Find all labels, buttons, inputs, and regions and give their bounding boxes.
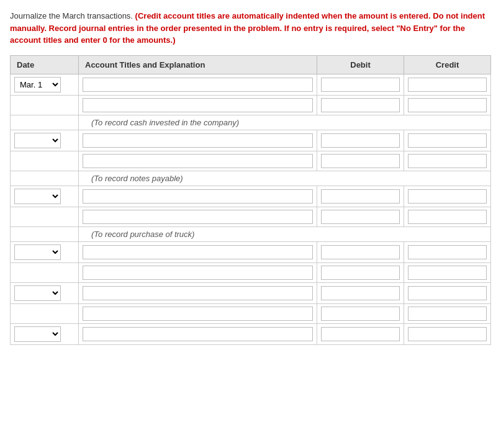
date-select-1[interactable]: Mar. 1Mar. 2Mar. 3Mar. 4Mar. 5Mar. 6Mar.… xyxy=(14,133,61,148)
debit-field-1-1[interactable] xyxy=(321,154,400,168)
credit-cell-2-0[interactable] xyxy=(404,186,491,207)
credit-field-4-0[interactable] xyxy=(408,286,487,300)
credit-field-0-0[interactable] xyxy=(408,78,487,92)
debit-cell-0-0[interactable] xyxy=(317,74,404,95)
debit-field-4-0[interactable] xyxy=(321,286,400,300)
note-text-0: (To record cash invested in the company) xyxy=(79,115,491,130)
credit-field-5-0[interactable] xyxy=(408,327,487,341)
account-field-2-1[interactable] xyxy=(83,210,313,224)
date-cell-4-1 xyxy=(11,303,79,323)
table-row: Mar. 1Mar. 2Mar. 3Mar. 4Mar. 5Mar. 6Mar.… xyxy=(11,186,491,207)
instructions-block: Journalize the March transactions. (Cred… xyxy=(10,10,491,47)
account-field-2-0[interactable] xyxy=(83,189,313,204)
account-input-0-1[interactable] xyxy=(79,95,317,115)
credit-cell-1-1[interactable] xyxy=(404,151,491,171)
debit-field-1-0[interactable] xyxy=(321,133,400,148)
account-field-1-0[interactable] xyxy=(83,133,313,148)
debit-cell-5-0[interactable] xyxy=(317,323,404,344)
account-input-2-0[interactable] xyxy=(79,186,317,207)
header-date: Date xyxy=(11,55,79,74)
account-field-0-1[interactable] xyxy=(83,98,313,112)
account-field-3-0[interactable] xyxy=(83,245,313,259)
debit-field-4-1[interactable] xyxy=(321,307,400,321)
note-date-empty-0 xyxy=(11,115,79,130)
note-date-empty-1 xyxy=(11,171,79,186)
credit-field-1-1[interactable] xyxy=(408,154,487,168)
note-row-1: (To record notes payable) xyxy=(11,171,491,186)
credit-field-4-1[interactable] xyxy=(408,307,487,321)
account-input-5-0[interactable] xyxy=(79,323,317,344)
debit-cell-1-1[interactable] xyxy=(317,151,404,171)
credit-field-3-1[interactable] xyxy=(408,266,487,280)
account-field-5-0[interactable] xyxy=(83,327,313,341)
date-select-0[interactable]: Mar. 1Mar. 2Mar. 3Mar. 4Mar. 5Mar. 6Mar.… xyxy=(14,77,61,92)
debit-cell-2-1[interactable] xyxy=(317,207,404,226)
header-credit: Credit xyxy=(404,55,491,74)
debit-cell-2-0[interactable] xyxy=(317,186,404,207)
account-field-0-0[interactable] xyxy=(83,78,313,92)
debit-cell-4-1[interactable] xyxy=(317,303,404,323)
credit-field-0-1[interactable] xyxy=(408,98,487,112)
account-input-3-1[interactable] xyxy=(79,262,317,282)
table-row: Mar. 1Mar. 2Mar. 3Mar. 4Mar. 5Mar. 6Mar.… xyxy=(11,282,491,303)
credit-cell-3-0[interactable] xyxy=(404,241,491,262)
debit-cell-0-1[interactable] xyxy=(317,95,404,115)
debit-field-3-0[interactable] xyxy=(321,245,400,259)
date-cell-0-0[interactable]: Mar. 1Mar. 2Mar. 3Mar. 4Mar. 5Mar. 6Mar.… xyxy=(11,74,79,95)
credit-cell-0-0[interactable] xyxy=(404,74,491,95)
credit-cell-1-0[interactable] xyxy=(404,130,491,151)
date-cell-5-0[interactable]: Mar. 1Mar. 2Mar. 3Mar. 4Mar. 5Mar. 6Mar.… xyxy=(11,323,79,344)
date-cell-3-0[interactable]: Mar. 1Mar. 2Mar. 3Mar. 4Mar. 5Mar. 6Mar.… xyxy=(11,241,79,262)
table-row: Mar. 1Mar. 2Mar. 3Mar. 4Mar. 5Mar. 6Mar.… xyxy=(11,241,491,262)
table-row xyxy=(11,95,491,115)
debit-field-0-0[interactable] xyxy=(321,78,400,92)
header-account: Account Titles and Explanation xyxy=(79,55,317,74)
account-field-4-1[interactable] xyxy=(83,307,313,321)
account-input-4-0[interactable] xyxy=(79,282,317,303)
credit-cell-3-1[interactable] xyxy=(404,262,491,282)
account-field-3-1[interactable] xyxy=(83,266,313,280)
debit-field-2-0[interactable] xyxy=(321,189,400,204)
credit-field-2-0[interactable] xyxy=(408,189,487,204)
debit-field-2-1[interactable] xyxy=(321,210,400,224)
date-cell-1-0[interactable]: Mar. 1Mar. 2Mar. 3Mar. 4Mar. 5Mar. 6Mar.… xyxy=(11,130,79,151)
debit-field-3-1[interactable] xyxy=(321,266,400,280)
date-select-5[interactable]: Mar. 1Mar. 2Mar. 3Mar. 4Mar. 5Mar. 6Mar.… xyxy=(14,326,61,342)
debit-cell-4-0[interactable] xyxy=(317,282,404,303)
debit-cell-1-0[interactable] xyxy=(317,130,404,151)
debit-field-5-0[interactable] xyxy=(321,327,400,341)
date-cell-2-0[interactable]: Mar. 1Mar. 2Mar. 3Mar. 4Mar. 5Mar. 6Mar.… xyxy=(11,186,79,207)
credit-cell-0-1[interactable] xyxy=(404,95,491,115)
account-input-2-1[interactable] xyxy=(79,207,317,226)
note-text-1: (To record notes payable) xyxy=(79,171,491,186)
date-cell-3-1 xyxy=(11,262,79,282)
credit-field-3-0[interactable] xyxy=(408,245,487,259)
account-field-4-0[interactable] xyxy=(83,286,313,300)
credit-cell-2-1[interactable] xyxy=(404,207,491,226)
date-cell-4-0[interactable]: Mar. 1Mar. 2Mar. 3Mar. 4Mar. 5Mar. 6Mar.… xyxy=(11,282,79,303)
credit-cell-5-0[interactable] xyxy=(404,323,491,344)
debit-field-0-1[interactable] xyxy=(321,98,400,112)
note-date-empty-2 xyxy=(11,226,79,241)
account-input-1-1[interactable] xyxy=(79,151,317,171)
credit-cell-4-1[interactable] xyxy=(404,303,491,323)
table-row: Mar. 1Mar. 2Mar. 3Mar. 4Mar. 5Mar. 6Mar.… xyxy=(11,323,491,344)
account-input-1-0[interactable] xyxy=(79,130,317,151)
date-select-2[interactable]: Mar. 1Mar. 2Mar. 3Mar. 4Mar. 5Mar. 6Mar.… xyxy=(14,189,61,204)
account-input-0-0[interactable] xyxy=(79,74,317,95)
note-row-2: (To record purchase of truck) xyxy=(11,226,491,241)
debit-cell-3-1[interactable] xyxy=(317,262,404,282)
date-select-4[interactable]: Mar. 1Mar. 2Mar. 3Mar. 4Mar. 5Mar. 6Mar.… xyxy=(14,285,61,301)
credit-cell-4-0[interactable] xyxy=(404,282,491,303)
credit-field-2-1[interactable] xyxy=(408,210,487,224)
account-input-3-0[interactable] xyxy=(79,241,317,262)
credit-field-1-0[interactable] xyxy=(408,133,487,148)
debit-cell-3-0[interactable] xyxy=(317,241,404,262)
table-row: Mar. 1Mar. 2Mar. 3Mar. 4Mar. 5Mar. 6Mar.… xyxy=(11,130,491,151)
account-field-1-1[interactable] xyxy=(83,154,313,168)
date-cell-2-1 xyxy=(11,207,79,226)
note-text-2: (To record purchase of truck) xyxy=(79,226,491,241)
date-select-3[interactable]: Mar. 1Mar. 2Mar. 3Mar. 4Mar. 5Mar. 6Mar.… xyxy=(14,244,61,260)
journal-table: Date Account Titles and Explanation Debi… xyxy=(10,55,491,345)
account-input-4-1[interactable] xyxy=(79,303,317,323)
